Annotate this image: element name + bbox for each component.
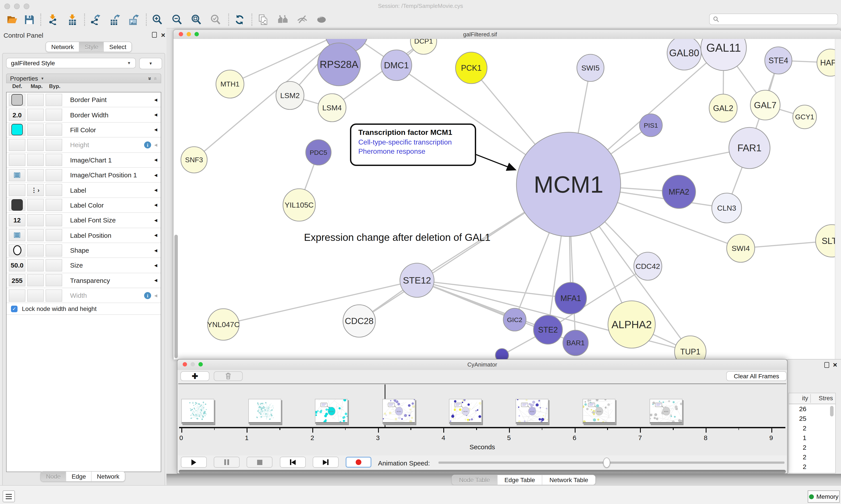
network-graph[interactable]: RPS28BDCP1RPS28ADMC1PCK1SWI5GAL80GAL11ST… [174, 39, 835, 360]
float-panel-icon[interactable] [824, 362, 829, 368]
property-map-cell[interactable] [27, 289, 44, 302]
annotation-link[interactable]: Cell-type-specific transcription [358, 138, 475, 146]
memory-button[interactable]: Memory [808, 490, 840, 503]
frame-thumbnail-0[interactable] [181, 399, 214, 424]
property-byp-cell[interactable] [46, 154, 62, 166]
property-row[interactable]: ⋮›Label◀ [6, 183, 161, 198]
property-row[interactable]: Label Color◀ [6, 198, 161, 213]
export-table-button[interactable] [108, 13, 121, 26]
expand-all-icon[interactable]: » [146, 77, 153, 80]
property-byp-cell[interactable] [46, 274, 62, 287]
expand-arrow-icon[interactable]: ◀ [154, 233, 157, 237]
expand-arrow-icon[interactable]: ◀ [154, 188, 157, 192]
import-network-button[interactable] [46, 13, 59, 26]
property-map-cell[interactable] [27, 229, 44, 241]
copy-button[interactable] [257, 13, 270, 26]
frames-timeline-area[interactable]: MCM1MCM1MCM1MCM1MCM1MCM1 0123456789 Seco… [178, 383, 786, 455]
property-row[interactable]: Image/Chart Position 1◀ [6, 168, 161, 183]
property-row[interactable]: Label Position◀ [6, 228, 161, 243]
expand-arrow-icon[interactable]: ◀ [154, 263, 157, 268]
property-map-cell[interactable] [27, 214, 44, 227]
record-button[interactable] [345, 457, 372, 468]
frame-thumbnail-6[interactable]: MCM1 [583, 399, 615, 424]
property-byp-cell[interactable] [46, 289, 62, 302]
annotation-box[interactable]: Transcription factor MCM1 Cell-type-spec… [350, 124, 476, 166]
property-map-cell[interactable] [27, 259, 44, 271]
table-cell-value[interactable]: 26 [789, 404, 835, 414]
property-def-cell[interactable]: 255 [9, 274, 25, 287]
pause-button[interactable] [214, 457, 239, 468]
animation-speed-slider[interactable] [439, 462, 785, 464]
property-map-cell[interactable] [27, 139, 44, 151]
table-cell-value[interactable]: 2 [789, 462, 835, 472]
style-options-button[interactable]: ▼ [139, 58, 162, 69]
search-input[interactable] [709, 14, 838, 25]
property-row[interactable]: 255Transparency◀ [6, 273, 161, 288]
property-row[interactable]: Shape◀ [6, 243, 161, 258]
column-divider[interactable] [810, 394, 811, 403]
export-image-button[interactable] [127, 13, 140, 26]
tab-select[interactable]: Select [104, 42, 132, 52]
frame-thumbnail-7[interactable]: MCM1 [649, 399, 682, 424]
save-session-button[interactable] [23, 13, 36, 26]
close-panel-icon[interactable]: ✕ [833, 362, 838, 368]
property-def-cell[interactable]: 12 [9, 214, 25, 227]
open-session-button[interactable] [6, 13, 19, 26]
cyanimator-horizontal-scrollbar[interactable] [179, 470, 786, 473]
property-map-cell[interactable] [27, 154, 44, 166]
frame-thumbnail-4[interactable]: MCM1 [449, 399, 482, 424]
property-map-cell[interactable] [27, 93, 44, 106]
cyanimator-titlebar[interactable]: CyAnimator [177, 360, 787, 371]
property-row[interactable]: Border Paint◀ [6, 92, 161, 108]
property-byp-cell[interactable] [46, 184, 62, 196]
property-map-cell[interactable] [27, 169, 44, 181]
previous-frame-button[interactable] [280, 457, 306, 468]
tab-network-bottom[interactable]: Network [92, 472, 125, 481]
network-node-np1[interactable] [496, 348, 508, 360]
animation-speed-slider-thumb[interactable] [603, 457, 610, 468]
expand-arrow-icon[interactable]: ◀ [154, 203, 157, 207]
refresh-layout-button[interactable] [233, 13, 246, 26]
property-byp-cell[interactable] [46, 244, 62, 256]
property-map-cell[interactable] [27, 244, 44, 256]
property-byp-cell[interactable] [46, 124, 62, 136]
property-map-cell[interactable] [27, 124, 44, 136]
network-canvas[interactable]: RPS28BDCP1RPS28ADMC1PCK1SWI5GAL80GAL11ST… [174, 39, 835, 360]
tab-network-table[interactable]: Network Table [542, 475, 595, 485]
network-right-scrollbar-track[interactable] [835, 39, 841, 360]
property-row[interactable]: 50.0Size◀ [6, 258, 161, 273]
zoom-out-button[interactable] [171, 13, 183, 26]
frame-thumbnail-3[interactable]: MCM1 [382, 399, 415, 424]
table-cell-value[interactable]: 1 [789, 433, 835, 443]
property-map-cell[interactable] [27, 199, 44, 211]
hide-selected-button[interactable] [296, 13, 309, 26]
expand-arrow-icon[interactable]: ◀ [154, 218, 157, 222]
zoom-selected-button[interactable] [209, 13, 222, 26]
expand-arrow-icon[interactable]: ◀ [154, 173, 157, 177]
close-window-icon[interactable] [179, 32, 183, 36]
property-row[interactable]: Fill Color◀ [6, 123, 161, 138]
property-byp-cell[interactable] [46, 109, 62, 121]
next-frame-button[interactable] [313, 457, 339, 468]
style-dropdown[interactable]: galFiltered Style ▼ [6, 58, 136, 68]
property-def-cell[interactable] [9, 93, 25, 106]
property-def-cell[interactable] [9, 244, 25, 256]
property-byp-cell[interactable] [46, 93, 62, 106]
tab-style[interactable]: Style [79, 42, 104, 52]
property-def-cell[interactable] [9, 124, 25, 136]
property-byp-cell[interactable] [46, 214, 62, 227]
add-frame-button[interactable]: ✚ [180, 371, 209, 381]
property-byp-cell[interactable] [46, 169, 62, 181]
table-cell-value[interactable]: 2 [789, 452, 835, 462]
property-byp-cell[interactable] [46, 259, 62, 271]
property-def-cell[interactable] [9, 199, 25, 211]
play-button[interactable] [181, 457, 207, 468]
property-row[interactable]: Image/Chart 1◀ [6, 152, 161, 168]
float-panel-icon[interactable] [152, 32, 157, 38]
column-header-centrality[interactable]: ity [789, 395, 808, 401]
node-table[interactable]: ity Stres 26252122222 [788, 393, 836, 473]
property-row[interactable]: 12Label Font Size◀ [6, 213, 161, 228]
network-window-titlebar[interactable]: galFiltered.sif [174, 30, 841, 39]
zoom-fit-button[interactable] [190, 13, 203, 26]
column-header-stress[interactable]: Stres [819, 395, 833, 401]
